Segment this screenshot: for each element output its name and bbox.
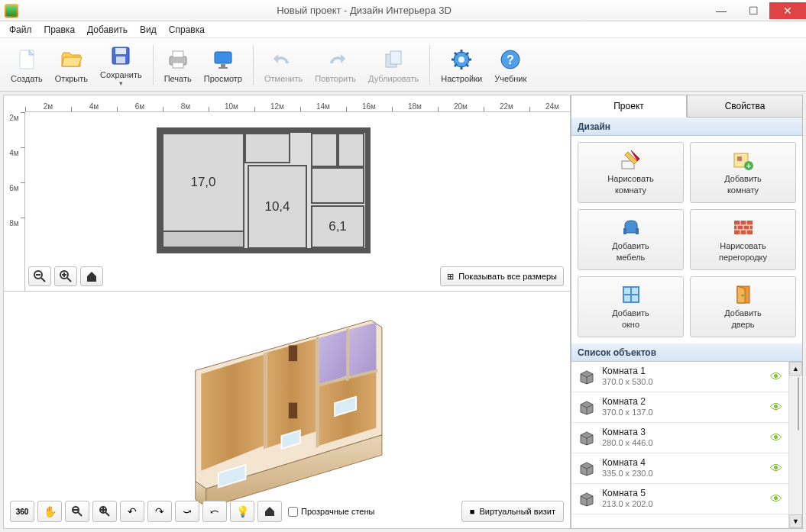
redo-button[interactable]: Повторить: [309, 45, 362, 85]
plan-3d-view[interactable]: 360 ✋ ↶ ↷ ⤻ ⤺ 💡 Прозрачные стены ■ Вирту…: [4, 292, 570, 528]
scroll-down-button[interactable]: ▼: [789, 514, 802, 528]
create-button[interactable]: Создать: [5, 45, 49, 85]
undo-icon: [270, 47, 296, 73]
cube-icon: [578, 430, 596, 446]
menu-file[interactable]: Файл: [5, 23, 37, 37]
minimize-button[interactable]: —: [705, 2, 737, 19]
list-item[interactable]: Комната 4335.0 x 230.0 👁: [571, 453, 788, 484]
tilt-down-button[interactable]: ⤺: [202, 501, 227, 522]
room-small-1[interactable]: [311, 133, 338, 167]
svg-point-76: [741, 294, 743, 296]
room-small-2[interactable]: [338, 133, 364, 167]
svg-rect-60: [623, 228, 626, 234]
list-item[interactable]: Комната 5213.0 x 202.0 👁: [571, 484, 788, 514]
window-icon: [620, 284, 643, 305]
menu-view[interactable]: Вид: [135, 23, 161, 37]
room-hall[interactable]: [244, 133, 290, 163]
svg-rect-9: [218, 67, 228, 69]
tab-properties[interactable]: Свойства: [687, 95, 803, 118]
add-furniture-button[interactable]: Добавить мебель: [578, 209, 684, 270]
tilt-up-button[interactable]: ⤻: [175, 501, 199, 522]
redo-icon: [322, 47, 348, 73]
zoom-out-3d-button[interactable]: [65, 501, 89, 522]
add-room-button[interactable]: + Добавить комнату: [690, 142, 796, 203]
plan-2d-view[interactable]: 2м 4м 6м 8м 10м 12м 14м 16м 18м 20м 22м …: [4, 95, 570, 292]
duplicate-button[interactable]: Дублировать: [362, 45, 425, 85]
menu-help[interactable]: Справка: [164, 23, 209, 37]
list-item[interactable]: Комната 3280.0 x 446.0 👁: [571, 423, 788, 453]
room-small-3[interactable]: [311, 167, 364, 204]
object-list-scroll[interactable]: Комната 1370.0 x 530.0 👁 Комната 2370.0 …: [571, 362, 788, 528]
svg-rect-11: [390, 51, 401, 64]
draw-room-button[interactable]: Нарисовать комнату: [578, 142, 684, 203]
svg-marker-37: [264, 352, 267, 450]
show-all-dims-button[interactable]: ⊞ Показывать все размеры: [440, 266, 564, 286]
close-button[interactable]: ✕: [769, 2, 806, 19]
list-item[interactable]: Комната 1370.0 x 530.0 👁: [571, 362, 788, 392]
toolbar-separator: [253, 45, 254, 85]
tab-project[interactable]: Проект: [571, 95, 687, 118]
cube-icon: [578, 492, 596, 507]
svg-marker-39: [346, 328, 349, 382]
duplicate-icon: [380, 47, 406, 73]
svg-rect-57: [737, 156, 742, 161]
zoom-in-button[interactable]: [54, 266, 77, 286]
zoom-out-button[interactable]: [28, 266, 51, 286]
transparent-walls-checkbox[interactable]: Прозрачные стены: [288, 507, 374, 517]
zoom-in-3d-button[interactable]: [92, 501, 117, 522]
svg-text:+: +: [746, 162, 751, 170]
room-3[interactable]: 6,1: [311, 205, 364, 248]
settings-button[interactable]: Настройки: [435, 45, 488, 85]
visibility-icon[interactable]: 👁: [770, 370, 782, 384]
list-item[interactable]: Комната 2370.0 x 137.0 👁: [571, 392, 788, 423]
svg-rect-5: [173, 51, 183, 57]
pan-button[interactable]: ✋: [37, 501, 62, 522]
svg-rect-6: [173, 63, 183, 68]
svg-marker-38: [316, 337, 319, 448]
toolbar-separator: [429, 45, 430, 85]
room-2[interactable]: 10,4: [248, 165, 307, 249]
preview-button[interactable]: Просмотр: [198, 45, 248, 85]
tutorial-button[interactable]: ? Учебник: [488, 45, 532, 85]
window-controls: — ☐ ✕: [705, 2, 806, 19]
room-strip[interactable]: [162, 231, 244, 248]
room-1[interactable]: 17,0: [162, 133, 244, 232]
maximize-button[interactable]: ☐: [737, 2, 769, 19]
undo-button[interactable]: Отменить: [258, 45, 309, 85]
svg-rect-8: [221, 64, 225, 67]
visibility-icon[interactable]: 👁: [770, 492, 782, 506]
home-button[interactable]: [80, 266, 103, 286]
section-design-title: Дизайн: [571, 118, 802, 136]
rotate-left-button[interactable]: ↶: [120, 501, 144, 522]
menu-edit[interactable]: Правка: [40, 23, 80, 37]
main-toolbar: Создать Открыть Сохранить▾ Печать Просмо…: [0, 38, 806, 92]
scroll-thumb[interactable]: [798, 377, 799, 430]
right-panel: Проект Свойства Дизайн Нарисовать комнат…: [571, 95, 803, 529]
save-button[interactable]: Сохранить▾: [94, 41, 148, 89]
rotate-right-button[interactable]: ↷: [147, 501, 172, 522]
home-3d-button[interactable]: [257, 501, 282, 522]
plan2d-controls: [28, 266, 103, 286]
virtual-visit-button[interactable]: ■ Виртуальный визит: [461, 501, 564, 522]
object-list: Комната 1370.0 x 530.0 👁 Комната 2370.0 …: [571, 362, 802, 528]
add-door-button[interactable]: Добавить дверь: [690, 276, 796, 337]
svg-line-21: [455, 64, 457, 66]
visibility-icon[interactable]: 👁: [770, 401, 782, 414]
scroll-up-button[interactable]: ▲: [789, 362, 802, 376]
add-window-button[interactable]: Добавить окно: [578, 276, 684, 337]
folder-open-icon: [58, 47, 84, 73]
visibility-icon[interactable]: 👁: [770, 431, 782, 445]
draw-partition-button[interactable]: Нарисовать перегородку: [690, 209, 796, 270]
view-360-button[interactable]: 360: [10, 501, 34, 522]
print-button[interactable]: Печать: [158, 45, 198, 85]
light-button[interactable]: 💡: [230, 501, 254, 522]
svg-rect-3: [116, 56, 125, 63]
plan3d-toolbar: 360 ✋ ↶ ↷ ⤻ ⤺ 💡 Прозрачные стены ■ Вирту…: [10, 501, 564, 522]
visibility-icon[interactable]: 👁: [770, 462, 782, 476]
menu-add[interactable]: Добавить: [83, 23, 132, 37]
gear-icon: [448, 47, 474, 73]
open-button[interactable]: Открыть: [49, 45, 94, 85]
scrollbar[interactable]: ▲ ▼: [788, 362, 802, 528]
door-icon: [732, 284, 755, 305]
floorplan[interactable]: 17,0 10,4 6,1: [157, 127, 371, 253]
